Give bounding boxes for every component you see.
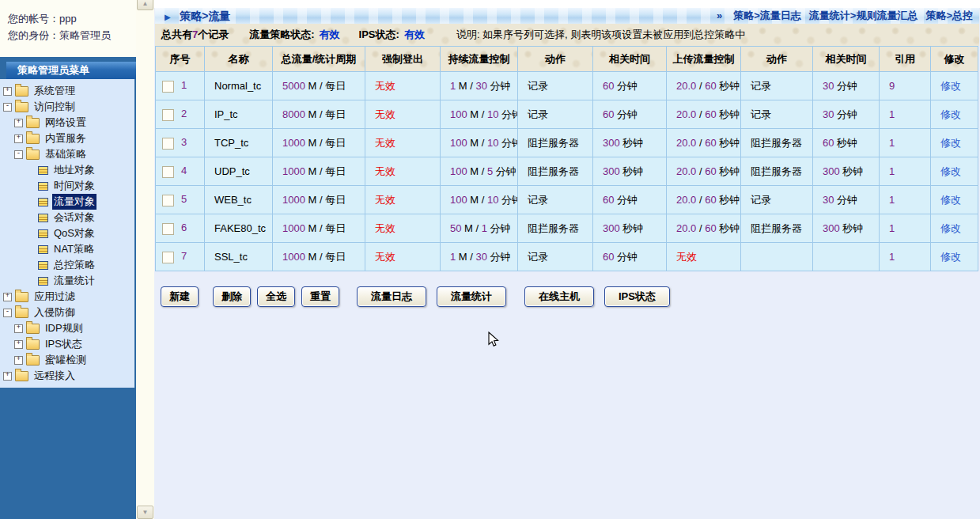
table-object-icon [38,277,48,286]
expand-icon[interactable]: + [3,293,12,301]
folder-icon [26,118,40,128]
edit-link[interactable]: 修改 [940,251,961,263]
breadcrumb-link[interactable]: 策略>总控 [925,9,973,21]
tree-item[interactable]: QoS对象 [0,225,134,241]
edit-link[interactable]: 修改 [940,108,961,120]
tree-item-label: 流量统计 [52,273,96,289]
row-checkbox[interactable] [162,138,174,150]
cell-time2: 300 秒钟 [813,214,880,243]
row-checkbox[interactable] [162,109,174,121]
collapse-icon[interactable]: - [3,309,12,317]
cell-up_ctrl: 无效 [667,243,741,271]
tree-item[interactable]: 时间对象 [0,178,134,194]
folder-icon [15,371,28,381]
folder-icon [26,134,40,144]
policy-state-label: 流量策略状态: [249,28,314,42]
edit-link[interactable]: 修改 [940,165,961,177]
page-title: 策略>流量 [180,9,230,22]
tree-item[interactable]: -基础策略 [0,146,134,162]
collapse-icon[interactable]: - [14,150,23,159]
tree-item[interactable]: +系统管理 [0,83,134,99]
table-row: 7SSL_tc1000 M / 每日无效1 M / 30 分钟记录60 分钟无效… [156,243,978,271]
expand-icon[interactable]: + [14,119,23,127]
tree-item-label: 会话对象 [52,210,96,225]
edit-link[interactable]: 修改 [940,137,961,149]
action-button[interactable]: IPS状态 [604,286,670,307]
row-number: 7 [181,250,187,262]
cell-time2: 30 分钟 [813,72,880,100]
folder-icon [15,86,28,97]
sidebar: 您的帐号：ppp 您的身份：策略管理员 策略管理员菜单 +系统管理-访问控制+网… [0,0,136,519]
collapse-icon[interactable]: - [3,103,12,112]
action-button[interactable]: 流量日志 [357,286,426,307]
cell-cont_ctrl: 1 M / 30 分钟 [441,72,518,100]
cell-name: IP_tc [205,100,273,129]
breadcrumb-link[interactable]: 流量统计>规则流量汇总 [809,9,918,21]
expand-icon[interactable]: + [14,340,23,349]
tree-item[interactable]: 会话对象 [0,210,134,225]
cell-time2: 30 分钟 [813,186,880,214]
tree-item-label: QoS对象 [52,225,96,241]
row-checkbox[interactable] [162,81,174,93]
edit-link[interactable]: 修改 [940,194,961,206]
cell-force_logout: 无效 [365,129,441,157]
tree-item[interactable]: 流量统计 [0,273,134,289]
tree-item-selected[interactable]: 流量对象 [0,194,134,210]
cell-ref: 1 [880,186,931,214]
expand-icon[interactable]: + [14,356,23,365]
tree-item[interactable]: +内置服务 [0,131,134,146]
cell-time1: 300 秒钟 [593,157,667,186]
cell-edit: 修改 [931,100,978,129]
top-spacer [154,0,980,8]
account-line: 您的帐号：ppp [8,10,136,27]
action-button[interactable]: 在线主机 [524,286,594,307]
scroll-down-button[interactable]: ▼ [137,506,153,519]
cell-force_logout: 无效 [365,243,441,271]
app-window: 您的帐号：ppp 您的身份：策略管理员 策略管理员菜单 +系统管理-访问控制+网… [0,0,980,519]
cell-name: WEB_tc [205,186,273,214]
tree-item-label: 地址对象 [52,162,96,178]
expand-icon[interactable]: + [14,134,23,143]
action-button[interactable]: 全选 [257,286,295,307]
action-button[interactable]: 新建 [161,286,199,307]
laquo-icon: » [717,9,722,21]
row-checkbox[interactable] [162,195,174,206]
tree-item[interactable]: -访问控制 [0,99,134,115]
tree-item[interactable]: +IDP规则 [0,320,134,336]
cell-time1: 60 分钟 [593,72,667,100]
tree-item[interactable]: NAT策略 [0,241,134,257]
tree-item-label: 时间对象 [52,178,96,194]
tree-item[interactable]: +IPS状态 [0,336,134,352]
cell-ref: 1 [880,100,931,129]
table-row: 1Normal_tc5000 M / 每日无效1 M / 30 分钟记录60 分… [156,72,978,100]
action-button[interactable]: 流量统计 [437,286,506,307]
row-checkbox[interactable] [162,166,174,178]
expand-icon[interactable]: + [14,324,23,333]
sidebar-scrollbar[interactable]: ▲ ▼ [136,0,154,519]
row-checkbox[interactable] [162,223,174,235]
sidebar-tree: +系统管理-访问控制+网络设置+内置服务-基础策略地址对象时间对象流量对象会话对… [0,79,134,388]
cell-total: 1000 M / 每日 [273,214,365,243]
breadcrumb-link[interactable]: 策略>流量日志 [733,9,801,21]
tree-item[interactable]: +蜜罐检测 [0,352,134,368]
cell-up_ctrl: 20.0 / 60 秒钟 [667,129,741,157]
expand-icon[interactable]: + [3,87,12,96]
tree-item[interactable]: +应用过滤 [0,289,134,305]
action-button[interactable]: 删除 [213,286,251,307]
column-header: 修改 [931,47,978,72]
expand-icon[interactable]: + [3,372,12,381]
edit-link[interactable]: 修改 [940,222,961,234]
tree-item[interactable]: +远程接入 [0,368,134,384]
folder-icon [26,150,40,160]
tree-item[interactable]: 地址对象 [0,162,134,178]
tree-item[interactable]: +网络设置 [0,115,134,131]
cell-action2 [741,243,813,271]
tree-item[interactable]: 总控策略 [0,257,134,273]
table-object-icon [38,182,48,191]
edit-link[interactable]: 修改 [940,80,961,92]
cell-force_logout: 无效 [365,214,441,243]
action-button[interactable]: 重置 [301,286,339,307]
tree-item[interactable]: -入侵防御 [0,305,134,320]
row-checkbox[interactable] [162,252,174,263]
scroll-up-button[interactable]: ▲ [137,0,153,10]
